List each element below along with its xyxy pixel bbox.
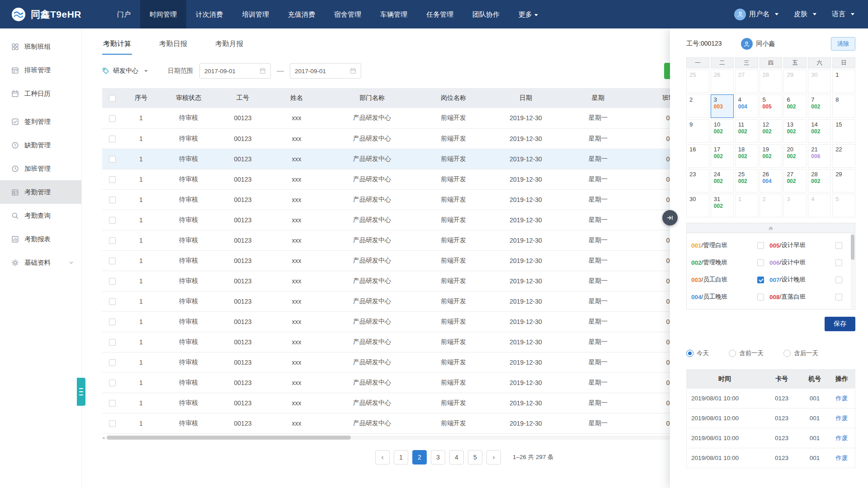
language-menu[interactable]: 语言 <box>832 10 854 19</box>
calendar-day[interactable]: 25002 <box>735 169 758 192</box>
tab-2[interactable]: 考勤日报 <box>158 37 188 55</box>
table-row[interactable]: 1待审核00123xxx产品研发中心前端开发2019-12-30星期一00123 <box>102 393 718 413</box>
calendar-day[interactable]: 4 <box>808 194 831 217</box>
calendar-day[interactable]: 6002 <box>783 94 807 118</box>
nav-item-5[interactable]: 充值消费 <box>278 0 325 28</box>
calendar-day[interactable]: 30 <box>686 194 709 217</box>
row-checkbox[interactable] <box>109 400 116 407</box>
calendar-day[interactable]: 28002 <box>808 169 831 192</box>
calendar-day[interactable]: 14002 <box>808 119 831 143</box>
calendar-day[interactable]: 7002 <box>808 94 831 118</box>
row-checkbox[interactable] <box>109 278 116 285</box>
row-checkbox[interactable] <box>109 319 116 325</box>
calendar-day[interactable]: 2 <box>686 94 709 118</box>
calendar-day[interactable]: 29 <box>832 169 855 192</box>
shift-checkbox-008[interactable] <box>835 294 842 300</box>
sidebar-item-3[interactable]: 工种日历 <box>0 82 81 105</box>
row-checkbox[interactable] <box>109 176 116 183</box>
row-checkbox[interactable] <box>109 339 116 346</box>
page-button-1[interactable]: 1 <box>394 450 408 465</box>
nav-item-4[interactable]: 培训管理 <box>232 0 278 28</box>
day-scope-radio-2[interactable]: 含前一天 <box>729 349 764 357</box>
scrollbar-thumb[interactable] <box>107 436 351 440</box>
calendar-day[interactable]: 5005 <box>760 94 783 118</box>
prev-page-button[interactable]: ‹ <box>375 450 390 465</box>
calendar-day[interactable]: 19002 <box>760 144 783 168</box>
calendar-day[interactable]: 11002 <box>735 119 758 143</box>
clear-button[interactable]: 清除 <box>831 37 855 51</box>
calendar-day[interactable]: 25 <box>686 70 709 93</box>
sidebar-item-9[interactable]: 考勤报表 <box>0 227 81 251</box>
calendar-day[interactable]: 23 <box>686 169 709 192</box>
calendar-day[interactable]: 26 <box>711 70 734 93</box>
table-row[interactable]: 1待审核00123xxx产品研发中心前端开发2019-12-30星期一00123 <box>102 332 718 352</box>
calendar-day[interactable]: 27 <box>735 70 758 93</box>
calendar-day[interactable]: 27002 <box>783 169 807 192</box>
nav-item-3[interactable]: 计次消费 <box>186 0 232 28</box>
calendar-day[interactable]: 8 <box>832 94 855 118</box>
date-to-input[interactable]: 2017-09-01 <box>290 63 361 79</box>
void-link[interactable]: 作废 <box>829 448 855 468</box>
page-button-4[interactable]: 4 <box>449 450 464 465</box>
shift-checkbox-006[interactable] <box>835 259 842 266</box>
table-row[interactable]: 1待审核00123xxx产品研发中心前端开发2019-12-30星期一00123 <box>102 128 718 149</box>
table-row[interactable]: 1待审核00123xxx产品研发中心前端开发2019-12-30星期一00123 <box>102 352 718 372</box>
scrollbar-track[interactable] <box>107 436 670 440</box>
shift-checkbox-001[interactable] <box>757 242 764 249</box>
shift-checkbox-003[interactable] <box>757 277 764 283</box>
day-scope-radio-1[interactable]: 今天 <box>686 349 709 357</box>
calendar-day[interactable]: 24002 <box>711 169 734 192</box>
nav-item-6[interactable]: 宿舍管理 <box>325 0 371 28</box>
row-checkbox[interactable] <box>109 298 116 305</box>
calendar-day[interactable]: 2 <box>760 194 783 217</box>
user-menu[interactable]: 用户名 <box>734 9 778 20</box>
sidebar-item-4[interactable]: 签到管理 <box>0 110 81 133</box>
nav-item-7[interactable]: 车辆管理 <box>371 0 417 28</box>
nav-item-2[interactable]: 时间管理 <box>140 0 186 28</box>
row-checkbox[interactable] <box>109 258 116 264</box>
sidebar-item-2[interactable]: 排班管理 <box>0 58 81 82</box>
page-button-2[interactable]: 2 <box>412 450 427 465</box>
table-row[interactable]: 1待审核00123xxx产品研发中心前端开发2019-12-30星期一00123 <box>102 149 718 169</box>
table-row[interactable]: 1待审核00123xxx产品研发中心前端开发2019-12-30星期一00123 <box>102 372 718 393</box>
row-checkbox[interactable] <box>109 237 116 244</box>
table-row[interactable]: 1待审核00123xxx产品研发中心前端开发2019-12-30星期一00123 <box>102 413 718 433</box>
nav-item-1[interactable]: 门户 <box>108 0 140 28</box>
calendar-day[interactable]: 18002 <box>735 144 758 168</box>
shift-collapse-strip[interactable] <box>687 223 855 233</box>
panel-collapse-button[interactable] <box>662 210 678 225</box>
nav-item-10[interactable]: 更多 <box>509 0 547 28</box>
calendar-day[interactable]: 3 <box>783 194 807 217</box>
row-checkbox[interactable] <box>109 359 116 366</box>
shift-checkbox-002[interactable] <box>757 259 764 266</box>
sidebar-item-10[interactable]: 基础资料 <box>0 251 81 274</box>
calendar-day[interactable]: 20002 <box>783 144 807 168</box>
page-button-5[interactable]: 5 <box>468 450 482 465</box>
calendar-day[interactable]: 12002 <box>760 119 783 143</box>
table-row[interactable]: 1待审核00123xxx产品研发中心前端开发2019-12-30星期一00123 <box>102 108 718 128</box>
calendar-day[interactable]: 31002 <box>711 194 734 217</box>
day-scope-radio-3[interactable]: 含后一天 <box>783 349 818 357</box>
calendar-day[interactable]: 15 <box>832 119 855 143</box>
sidebar-item-6[interactable]: 加班管理 <box>0 157 81 180</box>
table-row[interactable]: 1待审核00123xxx产品研发中心前端开发2019-12-30星期一00123 <box>102 250 718 271</box>
page-button-3[interactable]: 3 <box>431 450 445 465</box>
sidebar-item-5[interactable]: 缺勤管理 <box>0 133 81 157</box>
row-checkbox[interactable] <box>109 420 116 427</box>
table-row[interactable]: 1待审核00123xxx产品研发中心前端开发2019-12-30星期一00123 <box>102 169 718 189</box>
calendar-day[interactable]: 26004 <box>760 169 783 192</box>
scroll-left-icon[interactable]: ◂ <box>102 436 104 440</box>
sidebar-item-7[interactable]: 考勤管理 <box>0 180 81 204</box>
side-helper-tab[interactable] <box>77 378 85 406</box>
calendar-day[interactable]: 4004 <box>735 94 758 118</box>
shift-checkbox-007[interactable] <box>835 277 842 283</box>
void-link[interactable]: 作废 <box>829 428 855 448</box>
shift-scrollbar-thumb[interactable] <box>851 235 854 260</box>
calendar-day[interactable]: 5 <box>832 194 855 217</box>
calendar-day[interactable]: 1 <box>832 70 855 93</box>
row-checkbox[interactable] <box>109 115 116 122</box>
calendar-day[interactable]: 28 <box>760 70 783 93</box>
skin-menu[interactable]: 皮肤 <box>794 10 816 19</box>
sidebar-item-1[interactable]: 班制班组 <box>0 35 81 58</box>
date-from-input[interactable]: 2017-09-01 <box>199 63 271 79</box>
